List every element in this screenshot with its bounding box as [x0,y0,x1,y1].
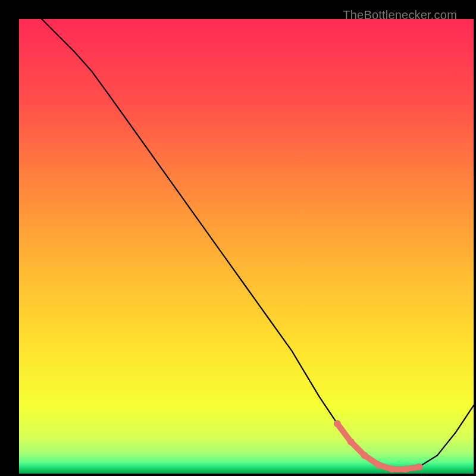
optimal-point [361,452,368,459]
optimal-point [402,465,409,472]
optimal-point [388,465,395,472]
optimal-point [415,464,422,471]
plot-area [19,19,474,474]
optimal-point [375,461,382,468]
gradient-background [19,19,474,474]
watermark-text: TheBottlenecker.com [343,8,457,22]
chart-frame: TheBottlenecker.com [8,8,468,468]
bottleneck-chart-svg [19,19,474,474]
optimal-point [334,420,341,427]
optimal-point [347,439,355,446]
